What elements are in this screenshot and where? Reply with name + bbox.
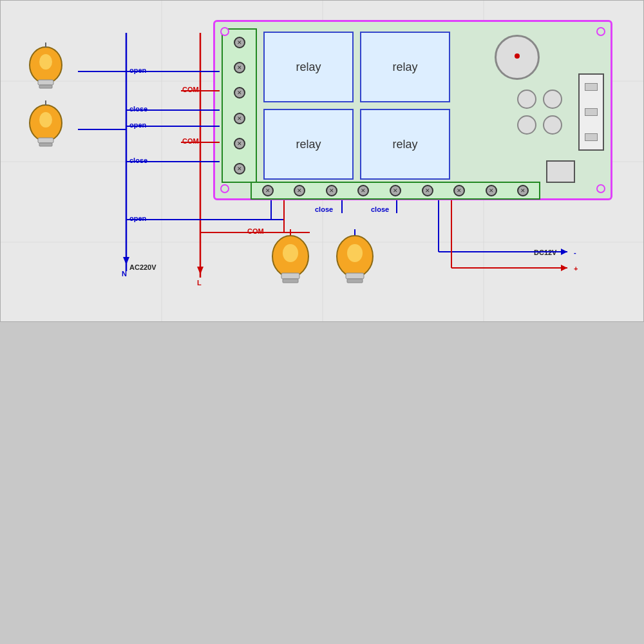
top-diagram: relay relay relay relay ✕ ✕ ✕ ✕ ✕ ✕ — [0, 0, 644, 322]
svg-rect-38 — [38, 138, 53, 143]
corner-circle-bl — [220, 184, 229, 193]
small-comp-2 — [543, 90, 562, 109]
screw-4: ✕ — [234, 113, 245, 124]
screw-1: ✕ — [234, 37, 245, 48]
relay-box-3: relay — [263, 109, 354, 180]
label-close4-top: close — [371, 205, 389, 213]
label-com3-top: COM — [247, 227, 264, 235]
connector-right — [578, 73, 604, 151]
bulb-bottom-1 — [265, 229, 316, 290]
label-l-top: L — [197, 279, 202, 287]
svg-marker-30 — [561, 249, 567, 255]
label-dc-top: DC12V — [534, 249, 556, 256]
svg-point-51 — [347, 244, 363, 262]
label-minus-top: - — [574, 249, 576, 256]
label-close3-top: close — [315, 205, 333, 213]
corner-circle-br — [596, 184, 605, 193]
screw-6: ✕ — [234, 163, 245, 175]
svg-point-46 — [283, 244, 298, 262]
label-close1-top: close — [129, 105, 147, 113]
bulb-top-2 — [20, 100, 71, 155]
svg-rect-50 — [347, 279, 363, 283]
svg-marker-29 — [197, 267, 204, 274]
small-comp-1 — [517, 90, 536, 109]
label-plus-top: + — [574, 265, 578, 272]
corner-circle-tl — [220, 27, 229, 36]
svg-rect-39 — [39, 143, 52, 146]
relay-box-2: relay — [360, 32, 450, 102]
svg-rect-33 — [38, 80, 53, 85]
bscrew-3: ✕ — [326, 185, 337, 196]
pcb-board-top: relay relay relay relay ✕ ✕ ✕ ✕ ✕ ✕ — [213, 20, 612, 200]
bscrew-8: ✕ — [486, 185, 497, 196]
bscrew-5: ✕ — [390, 185, 401, 196]
big-component — [495, 35, 540, 80]
svg-point-41 — [39, 112, 52, 128]
screw-2: ✕ — [234, 62, 245, 73]
svg-rect-45 — [283, 279, 298, 283]
svg-rect-49 — [346, 273, 364, 279]
terminal-block-left: ✕ ✕ ✕ ✕ ✕ ✕ — [222, 28, 257, 183]
svg-point-36 — [39, 54, 52, 70]
label-open1-top: open — [129, 66, 146, 74]
small-comp-3 — [517, 115, 536, 135]
label-open3-top: open — [129, 214, 146, 222]
label-ac-top: AC220V — [129, 263, 156, 271]
label-com1-top: COM — [182, 86, 199, 93]
main-container: relay relay relay relay ✕ ✕ ✕ ✕ ✕ ✕ — [0, 0, 644, 644]
label-open2-top: open — [129, 121, 146, 129]
label-com2-top: COM — [182, 137, 199, 145]
svg-rect-34 — [39, 85, 52, 88]
label-n-top: N — [122, 270, 127, 278]
bulb-bottom-2 — [329, 229, 381, 290]
relay-box-1: relay — [263, 32, 354, 102]
svg-marker-31 — [561, 265, 567, 271]
svg-rect-44 — [281, 273, 299, 279]
bscrew-9: ✕ — [517, 185, 529, 196]
bulb-top-1 — [20, 43, 71, 97]
corner-circle-tr — [596, 27, 605, 36]
screw-3: ✕ — [234, 87, 245, 99]
screw-5: ✕ — [234, 138, 245, 149]
square-comp — [546, 160, 575, 183]
bscrew-2: ✕ — [294, 185, 305, 196]
bscrew-1: ✕ — [262, 185, 274, 196]
bscrew-4: ✕ — [357, 185, 369, 196]
bscrew-7: ✕ — [453, 185, 465, 196]
bscrew-6: ✕ — [422, 185, 433, 196]
svg-marker-28 — [123, 257, 129, 265]
label-close2-top: close — [129, 156, 147, 164]
small-comp-4 — [543, 115, 562, 135]
terminal-block-bottom: ✕ ✕ ✕ ✕ ✕ ✕ ✕ ✕ ✕ — [251, 182, 540, 200]
relay-box-4: relay — [360, 109, 450, 180]
